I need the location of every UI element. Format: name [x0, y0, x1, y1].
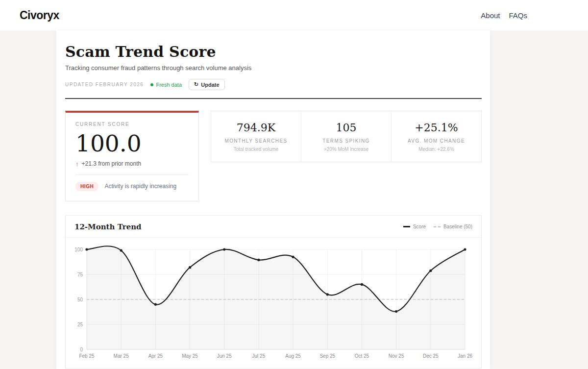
x-tick-label: Nov 25	[389, 353, 404, 359]
update-meta-row: UPDATED FEBRUARY 2026 Fresh data ↻ Updat…	[65, 79, 482, 90]
data-point-dot	[257, 259, 260, 261]
stat-value: 105	[305, 122, 387, 134]
y-tick-label: 75	[77, 271, 83, 277]
logo[interactable]: Civoryx	[20, 9, 59, 22]
primary-nav: About FAQs	[481, 11, 527, 20]
stat-label: TERMS SPIKING	[305, 138, 387, 144]
y-tick-label: 0	[80, 346, 83, 352]
data-point-dot	[292, 255, 294, 258]
x-tick-label: Jun 25	[217, 353, 232, 359]
stat-sublabel: >20% MoM increase	[305, 147, 387, 152]
fresh-data-dot-icon	[150, 83, 153, 86]
chart-title: 12-Month Trend	[74, 222, 142, 231]
stat-value: 794.9K	[215, 122, 297, 134]
y-tick-label: 100	[74, 246, 83, 252]
up-arrow-icon: ↑	[75, 160, 79, 168]
data-point-dot	[85, 248, 88, 250]
chart-header: 12-Month Trend Score Baseline (50)	[66, 222, 481, 238]
data-point-dot	[464, 248, 466, 250]
trend-chart-card: 12-Month Trend Score Baseline (50) 02550…	[65, 215, 482, 369]
data-point-dot	[326, 293, 329, 295]
update-button-label: Update	[201, 82, 219, 88]
nav-link-about[interactable]: About	[481, 11, 500, 20]
dashed-line-swatch-icon	[434, 226, 441, 227]
high-level-badge: HIGH	[75, 182, 98, 191]
updated-label: UPDATED FEBRUARY 2026	[65, 82, 144, 87]
summary-cards-row: CURRENT SCORE 100.0 ↑ +21.3 from prior m…	[65, 111, 482, 201]
nav-link-faqs[interactable]: FAQs	[509, 11, 527, 20]
score-card-divider	[75, 174, 189, 175]
data-point-dot	[154, 303, 157, 305]
fresh-data-badge: Fresh data	[150, 82, 182, 88]
top-navigation-bar: Civoryx About FAQs	[0, 0, 588, 30]
fresh-data-label: Fresh data	[156, 82, 182, 88]
stat-label: MONTHLY SEARCHES	[215, 138, 297, 144]
x-tick-label: Feb 25	[79, 353, 95, 359]
refresh-icon: ↻	[194, 81, 198, 88]
trend-line-chart: 0255075100Feb 25Mar 25Apr 25May 25Jun 25…	[66, 239, 482, 368]
x-tick-label: Sep 25	[319, 353, 335, 359]
data-point-dot	[189, 266, 191, 269]
current-score-label: CURRENT SCORE	[75, 122, 189, 127]
current-score-card: CURRENT SCORE 100.0 ↑ +21.3 from prior m…	[65, 111, 199, 201]
legend-label: Baseline (50)	[443, 224, 472, 229]
stat-sublabel: Median: +22.6%	[395, 147, 477, 152]
x-tick-label: Jan 26	[458, 353, 472, 359]
solid-line-swatch-icon	[403, 226, 410, 227]
update-button[interactable]: ↻ Update	[189, 79, 225, 90]
x-tick-label: Jul 25	[252, 353, 266, 359]
main-content-card: Scam Trend Score Tracking consumer fraud…	[56, 30, 490, 369]
y-tick-label: 25	[77, 321, 83, 327]
stat-value: +25.1%	[395, 122, 477, 134]
data-point-dot	[395, 310, 397, 313]
data-point-dot	[223, 248, 225, 250]
activity-level-text: Activity is rapidly increasing	[104, 183, 176, 190]
x-tick-label: Aug 25	[285, 353, 301, 359]
data-point-dot	[361, 283, 363, 285]
legend-item-score[interactable]: Score	[403, 224, 426, 229]
stats-strip: 794.9K MONTHLY SEARCHES Total tracked vo…	[211, 111, 482, 162]
data-point-dot	[120, 249, 122, 251]
data-point-dot	[429, 270, 432, 272]
stat-avg-mom-change: +25.1% AVG. MOM CHANGE Median: +22.6%	[391, 111, 481, 162]
page-title: Scam Trend Score	[65, 43, 482, 60]
x-tick-label: Dec 25	[423, 353, 439, 359]
stat-monthly-searches: 794.9K MONTHLY SEARCHES Total tracked vo…	[211, 111, 301, 162]
x-tick-label: May 25	[182, 353, 198, 359]
stat-label: AVG. MOM CHANGE	[395, 138, 477, 144]
x-tick-label: Mar 25	[114, 353, 129, 359]
chart-legend: Score Baseline (50)	[403, 224, 472, 229]
score-area-fill	[87, 246, 465, 349]
current-score-value: 100.0	[75, 131, 189, 156]
score-delta: ↑ +21.3 from prior month	[75, 160, 189, 168]
legend-label: Score	[413, 224, 426, 229]
section-divider	[65, 98, 482, 99]
activity-level-row: HIGH Activity is rapidly increasing	[75, 182, 189, 191]
y-tick-label: 50	[77, 296, 83, 302]
x-tick-label: Oct 25	[355, 353, 369, 359]
page-subtitle: Tracking consumer fraud patterns through…	[65, 64, 482, 72]
x-tick-label: Apr 25	[148, 353, 163, 359]
stat-terms-spiking: 105 TERMS SPIKING >20% MoM increase	[301, 111, 391, 162]
stat-sublabel: Total tracked volume	[215, 147, 297, 152]
score-delta-text: +21.3 from prior month	[82, 160, 142, 167]
legend-item-baseline[interactable]: Baseline (50)	[434, 224, 472, 229]
